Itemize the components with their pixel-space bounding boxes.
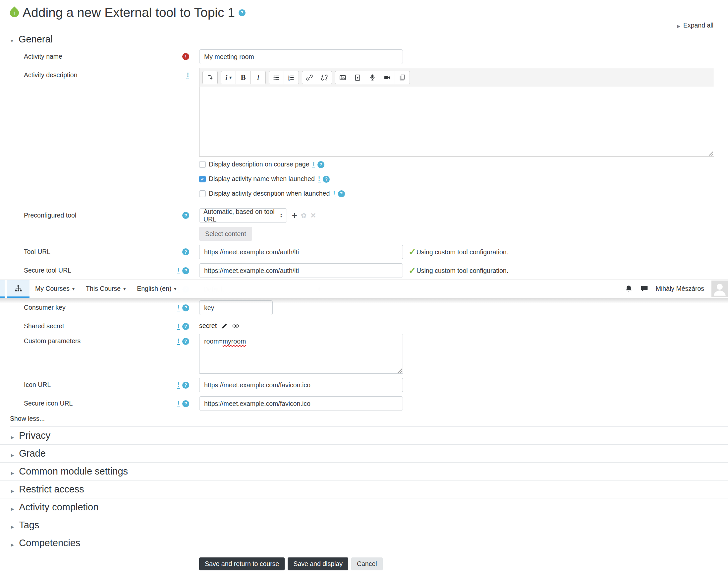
- cancel-button[interactable]: Cancel: [351, 557, 383, 570]
- help-icon[interactable]: [182, 382, 189, 388]
- bold-button[interactable]: B: [236, 71, 251, 84]
- help-icon[interactable]: [182, 248, 189, 255]
- checkbox-row-display-activity-description: Display activity description when launch…: [199, 190, 714, 197]
- user-avatar[interactable]: [711, 281, 728, 297]
- help-icon[interactable]: [323, 176, 330, 183]
- show-secret-eye-icon[interactable]: [232, 322, 239, 329]
- nav-tab-partial[interactable]: [0, 280, 5, 298]
- checkbox-row-display-description: Display description on course page: [199, 161, 714, 168]
- gear-icon[interactable]: [301, 211, 307, 220]
- row-secure-icon-url: Secure icon URL: [0, 396, 728, 411]
- paragraph-styles-button[interactable]: i: [221, 71, 236, 84]
- delete-tool-icon[interactable]: [310, 211, 316, 220]
- tool-url-status: Using custom tool configuration.: [408, 248, 508, 257]
- display-description-checkbox[interactable]: [199, 161, 206, 168]
- microphone-icon: [369, 74, 376, 81]
- chevron-right-icon: [677, 22, 680, 29]
- sticky-navbar: My Courses This Course English (en) Mihá…: [0, 279, 728, 298]
- expand-all-toggle[interactable]: Expand all: [0, 21, 714, 30]
- section-general-header[interactable]: General: [10, 34, 728, 45]
- edit-pencil-icon[interactable]: [221, 322, 228, 329]
- ordered-list-button[interactable]: 1 2 3: [284, 71, 299, 84]
- icon-url-input[interactable]: [199, 378, 403, 392]
- collapse-arrow-icon: [207, 74, 214, 81]
- section-privacy[interactable]: Privacy: [0, 427, 728, 445]
- secure-tool-url-input[interactable]: [199, 263, 403, 278]
- row-activity-description: Activity description i B I: [0, 68, 728, 156]
- advanced-icon: [312, 161, 315, 168]
- display-activity-description-label[interactable]: Display activity description when launch…: [209, 190, 330, 197]
- display-activity-name-label[interactable]: Display activity name when launched: [209, 175, 315, 183]
- nav-language[interactable]: English (en): [131, 280, 182, 298]
- help-icon[interactable]: [182, 212, 189, 219]
- chevron-right-icon: [11, 448, 14, 459]
- add-tool-icon[interactable]: [292, 211, 297, 220]
- record-audio-button[interactable]: [365, 71, 380, 84]
- toolbar-collapse-button[interactable]: [203, 71, 218, 84]
- help-icon[interactable]: [182, 305, 189, 311]
- show-less-link[interactable]: Show less...: [10, 415, 728, 427]
- resize-handle[interactable]: [708, 150, 713, 155]
- activity-name-label: Activity name: [24, 53, 62, 60]
- secure-icon-url-input[interactable]: [199, 396, 403, 411]
- display-activity-description-checkbox[interactable]: [199, 190, 206, 197]
- nav-my-courses[interactable]: My Courses: [30, 280, 80, 298]
- section-tags[interactable]: Tags: [0, 516, 728, 534]
- shared-secret-value: secret: [199, 322, 217, 329]
- section-general-title: General: [19, 34, 53, 45]
- shared-secret-label: Shared secret: [24, 322, 64, 330]
- resize-handle[interactable]: [397, 368, 402, 373]
- help-icon[interactable]: [182, 267, 189, 274]
- course-nav-tab[interactable]: [7, 280, 30, 298]
- user-name[interactable]: Mihály Mészáros: [656, 285, 704, 292]
- activity-name-input[interactable]: [199, 50, 403, 64]
- sitemap-icon: [14, 284, 23, 292]
- advanced-icon: [177, 400, 180, 407]
- help-icon[interactable]: [182, 400, 189, 407]
- display-activity-name-checkbox[interactable]: [199, 176, 206, 182]
- unordered-list-button[interactable]: [269, 71, 284, 84]
- nav-this-course[interactable]: This Course: [80, 280, 131, 298]
- row-icon-url: Icon URL: [0, 378, 728, 392]
- unlink-button[interactable]: [317, 71, 332, 84]
- display-description-label[interactable]: Display description on course page: [209, 161, 309, 168]
- preconfigured-tool-select[interactable]: Automatic, based on tool URL: [199, 208, 287, 223]
- section-competencies[interactable]: Competencies: [0, 534, 728, 552]
- insert-media-button[interactable]: [350, 71, 365, 84]
- section-restrict-access[interactable]: Restrict access: [0, 481, 728, 498]
- activity-description-label: Activity description: [24, 71, 77, 79]
- row-preconfigured-tool: Preconfigured tool Automatic, based on t…: [0, 208, 728, 241]
- select-content-button[interactable]: Select content: [199, 227, 252, 241]
- preconfigured-tool-label: Preconfigured tool: [24, 211, 76, 219]
- italic-button[interactable]: I: [250, 71, 266, 84]
- title-help-icon[interactable]: [239, 9, 246, 16]
- tool-url-input[interactable]: [199, 245, 403, 259]
- notifications-bell-icon[interactable]: [625, 285, 633, 293]
- record-video-button[interactable]: [380, 71, 395, 84]
- section-grade[interactable]: Grade: [0, 445, 728, 463]
- description-editor: i B I 1 2 3: [199, 68, 714, 156]
- files-icon: [399, 74, 406, 81]
- chevron-right-icon: [11, 502, 14, 513]
- help-icon[interactable]: [317, 161, 325, 168]
- row-activity-name: Activity name: [0, 50, 728, 64]
- link-button[interactable]: [302, 71, 317, 84]
- help-icon[interactable]: [338, 190, 345, 197]
- chevron-right-icon: [11, 466, 14, 477]
- section-activity-completion[interactable]: Activity completion: [0, 498, 728, 516]
- help-icon[interactable]: [182, 338, 189, 345]
- description-editor-area[interactable]: [199, 87, 714, 156]
- secure-icon-url-label: Secure icon URL: [24, 400, 72, 407]
- media-file-icon: [354, 74, 361, 81]
- link-icon: [306, 74, 313, 81]
- required-icon: [182, 53, 189, 60]
- help-icon[interactable]: [182, 323, 189, 330]
- save-and-return-button[interactable]: Save and return to course: [199, 557, 285, 570]
- manage-files-button[interactable]: [395, 71, 410, 84]
- chevron-right-icon: [11, 520, 14, 530]
- messages-icon[interactable]: [640, 285, 648, 293]
- insert-image-button[interactable]: [335, 71, 350, 84]
- save-and-display-button[interactable]: Save and display: [287, 557, 348, 570]
- section-common-module-settings[interactable]: Common module settings: [0, 463, 728, 481]
- custom-parameters-textarea[interactable]: room=myroom: [199, 334, 403, 374]
